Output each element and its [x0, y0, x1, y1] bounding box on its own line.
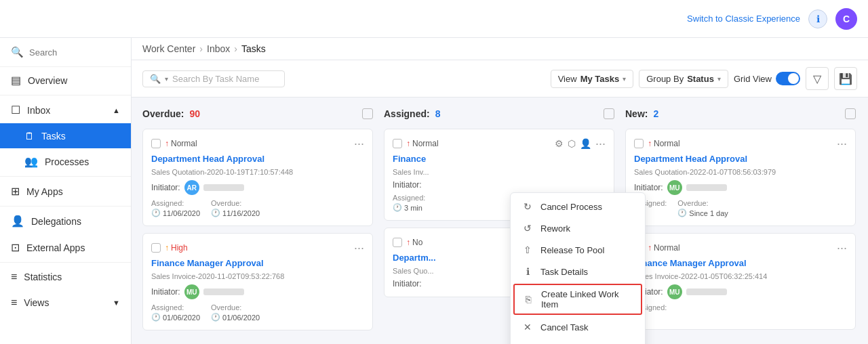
sidebar-item-my-apps[interactable]: ⊞ My Apps [0, 178, 131, 205]
avatar: MU [667, 284, 682, 299]
info-icon-button[interactable]: ℹ [808, 9, 827, 28]
overdue-date: Overdue: 🕐 11/16/2020 [211, 199, 260, 217]
toggle-switch[interactable] [776, 72, 800, 85]
main-content: Work Center › Inbox › Tasks 🔍 ▾ Search B… [132, 38, 868, 344]
main-layout: 🔍 ▤ Overview ☐ Inbox ▲ 🗒 Tasks 👥 Process… [0, 38, 868, 344]
overdue-value: 🕐 Since 1 day [677, 209, 728, 217]
sidebar-item-overview[interactable]: ▤ Overview [0, 67, 131, 93]
card-initiator: Initiator: MU [151, 284, 364, 299]
menu-item-rework[interactable]: ↺ Rework [511, 217, 645, 239]
card-menu-button[interactable]: ··· [595, 137, 606, 150]
card-title[interactable]: Finance Manager Approval [634, 258, 847, 268]
arrow-up-icon: ↑ [648, 139, 652, 148]
priority-label: Normal [412, 139, 439, 148]
grid-view-toggle[interactable]: Grid View [734, 72, 800, 85]
task-card: ↑ High ··· Finance Manager Approval Sale… [142, 233, 373, 330]
menu-item-task-details[interactable]: ℹ Task Details [511, 261, 645, 282]
chevron-down-icon: ▾ [623, 75, 626, 83]
card-title[interactable]: Department Head Approval [151, 154, 364, 164]
card-menu-button[interactable]: ··· [837, 242, 847, 254]
sidebar-item-tasks[interactable]: 🗒 Tasks [0, 123, 131, 148]
assigned-label: Assigned: [151, 199, 200, 207]
card-checkbox[interactable] [634, 139, 644, 148]
breadcrumb-sep-1: › [199, 43, 203, 54]
menu-item-create-linked-work-item[interactable]: ⎘ Create Linked Work Item [513, 284, 642, 315]
group-by-button[interactable]: Group By Status ▾ [639, 70, 728, 88]
breadcrumb-tasks: Tasks [241, 43, 266, 54]
priority-badge: ↑ No [406, 238, 422, 247]
search-box[interactable]: 🔍 ▾ Search By Task Name [142, 70, 285, 87]
tasks-icon: 🗒 [24, 130, 35, 142]
card-subtitle: Sales Quotation-2022-01-07T08:56:03:979 [634, 168, 847, 176]
user-icon[interactable]: 👤 [580, 138, 591, 149]
assigned-value: 🕐 3 min [393, 203, 425, 212]
group-by-value: Status [687, 74, 714, 84]
col-select-all-new[interactable] [845, 108, 856, 119]
arrow-up-icon: ↑ [648, 243, 652, 253]
col-select-all-assigned[interactable] [604, 108, 614, 119]
context-menu: ↻ Cancel Process ↺ Rework ⇧ Release To P… [510, 192, 646, 344]
col-select-all-overdue[interactable] [362, 108, 373, 119]
sidebar-item-statistics[interactable]: ≡ Statistics [0, 264, 131, 290]
search-dropdown-arrow[interactable]: ▾ [165, 75, 168, 83]
chevron-up-icon: ▲ [113, 106, 120, 114]
kanban-col-new: New: 2 ↑ Normal ··· Department Head Appr… [625, 108, 856, 333]
card-title[interactable]: Department Head Approval [634, 154, 847, 164]
card-actions: ⚙ ⬡ 👤 ··· [555, 137, 606, 150]
menu-item-add-to-watchlist[interactable]: 👁 Add To Watchlist [511, 338, 645, 344]
sidebar-item-label: Overview [28, 75, 67, 86]
user-avatar[interactable]: C [835, 8, 857, 30]
avatar: MU [184, 284, 199, 299]
menu-item-release-to-pool[interactable]: ⇧ Release To Pool [511, 239, 645, 261]
sidebar-search-box[interactable]: 🔍 [0, 38, 131, 67]
switch-classic-link[interactable]: Switch to Classic Experience [687, 14, 800, 24]
sidebar-item-label: Delegations [31, 216, 81, 227]
sidebar-item-processes[interactable]: 👥 Processes [0, 148, 131, 175]
filter-icon: ▽ [813, 72, 821, 85]
menu-item-cancel-task[interactable]: ✕ Cancel Task [511, 316, 645, 338]
card-menu-button[interactable]: ··· [837, 137, 847, 150]
kanban-area: Overdue: 90 ↑ Normal ··· Department Head [132, 98, 868, 344]
cancel-task-icon: ✕ [521, 322, 534, 332]
save-icon: 💾 [839, 72, 852, 85]
breadcrumb-work-center[interactable]: Work Center [142, 43, 195, 54]
share-icon[interactable]: ⬡ [568, 138, 576, 149]
clock-icon: 🕐 [393, 203, 402, 212]
menu-item-label: Create Linked Work Item [541, 289, 633, 309]
view-filter-button[interactable]: View My Tasks ▾ [551, 70, 634, 88]
task-card: ↑ Normal ··· Department Head Approval Sa… [142, 129, 373, 226]
card-menu-button[interactable]: ··· [354, 137, 364, 150]
card-checkbox[interactable] [393, 238, 402, 247]
search-input[interactable] [29, 47, 120, 58]
menu-item-label: Cancel Task [540, 322, 589, 332]
card-title[interactable]: Finance Manager Approval [151, 258, 364, 268]
card-initiator: Initiator: AR [151, 180, 364, 195]
sidebar-item-external-apps[interactable]: ⊡ External Apps [0, 234, 131, 261]
filter-button[interactable]: ▽ [806, 67, 829, 90]
overdue-label: Overdue: [211, 303, 260, 311]
card-subtitle: Sales Invoice-2022-01-05T06:32:25:414 [634, 272, 847, 280]
save-button[interactable]: 💾 [834, 67, 857, 90]
sidebar-item-inbox[interactable]: ☐ Inbox ▲ [0, 97, 131, 123]
external-apps-icon: ⊡ [11, 241, 20, 254]
initiator-placeholder [686, 184, 727, 191]
topbar-right: Switch to Classic Experience ℹ C [687, 8, 857, 30]
col-label-assigned: Assigned: [384, 108, 430, 119]
card-menu-button[interactable]: ··· [354, 242, 364, 254]
col-label-overdue: Overdue: [142, 108, 184, 119]
card-title[interactable]: Finance [393, 154, 606, 164]
sidebar-item-delegations[interactable]: 👤 Delegations [0, 208, 131, 234]
breadcrumb-inbox[interactable]: Inbox [207, 43, 230, 54]
card-checkbox[interactable] [151, 243, 161, 253]
create-linked-icon: ⎘ [523, 294, 534, 305]
rework-icon: ↺ [521, 223, 534, 234]
card-checkbox[interactable] [151, 139, 161, 148]
settings-icon[interactable]: ⚙ [555, 138, 564, 149]
view-value: My Tasks [580, 74, 620, 84]
menu-item-cancel-process[interactable]: ↻ Cancel Process [511, 196, 645, 217]
sidebar-item-views[interactable]: ≡ Views ▼ [0, 290, 131, 316]
search-placeholder: Search By Task Name [172, 74, 259, 84]
card-checkbox[interactable] [393, 139, 402, 148]
avatar: MU [667, 180, 682, 195]
menu-item-label: Rework [540, 223, 570, 234]
